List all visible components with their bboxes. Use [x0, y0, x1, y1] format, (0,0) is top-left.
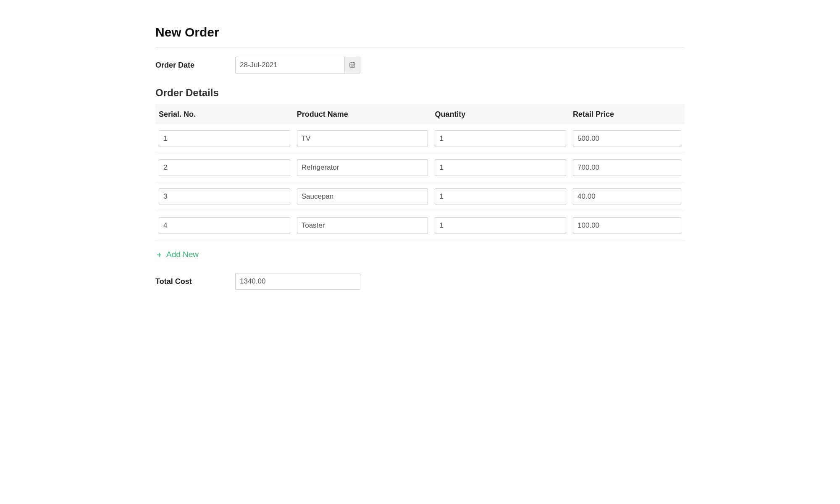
qty-input[interactable] [435, 159, 566, 176]
total-cost-label: Total Cost [155, 277, 235, 286]
order-details-title: Order Details [155, 87, 685, 99]
table-header-row: Serial. No. Product Name Quantity Retail… [155, 105, 685, 124]
order-details-table: Serial. No. Product Name Quantity Retail… [155, 105, 685, 240]
price-input[interactable] [573, 188, 681, 205]
table-row [155, 124, 685, 153]
order-date-group [235, 57, 360, 74]
page-title: New Order [155, 25, 685, 47]
serial-input[interactable] [159, 159, 290, 176]
order-date-input[interactable] [235, 57, 344, 74]
table-row [155, 182, 685, 211]
col-quantity: Quantity [431, 105, 570, 124]
table-row [155, 153, 685, 182]
svg-point-4 [351, 65, 352, 65]
svg-point-8 [352, 66, 352, 66]
total-cost-row: Total Cost [155, 273, 685, 290]
svg-point-5 [352, 65, 352, 65]
qty-input[interactable] [435, 188, 566, 205]
product-input[interactable] [297, 217, 428, 234]
svg-point-6 [353, 65, 354, 65]
product-input[interactable] [297, 188, 428, 205]
price-input[interactable] [573, 217, 681, 234]
product-input[interactable] [297, 159, 428, 176]
calendar-button[interactable] [344, 57, 360, 74]
serial-input[interactable] [159, 217, 290, 234]
order-date-label: Order Date [155, 61, 235, 70]
qty-input[interactable] [435, 130, 566, 147]
plus-icon: ＋ [155, 249, 163, 260]
col-serial: Serial. No. [155, 105, 294, 124]
calendar-icon [349, 61, 356, 69]
add-new-label: Add New [166, 250, 199, 259]
svg-point-7 [351, 66, 352, 66]
add-new-button[interactable]: ＋ Add New [155, 248, 199, 261]
serial-input[interactable] [159, 188, 290, 205]
product-input[interactable] [297, 130, 428, 147]
table-row [155, 211, 685, 240]
qty-input[interactable] [435, 217, 566, 234]
price-input[interactable] [573, 130, 681, 147]
col-product: Product Name [294, 105, 432, 124]
price-input[interactable] [573, 159, 681, 176]
order-date-row: Order Date [155, 57, 685, 74]
total-cost-input[interactable] [235, 273, 360, 290]
serial-input[interactable] [159, 130, 290, 147]
col-price: Retail Price [570, 105, 685, 124]
